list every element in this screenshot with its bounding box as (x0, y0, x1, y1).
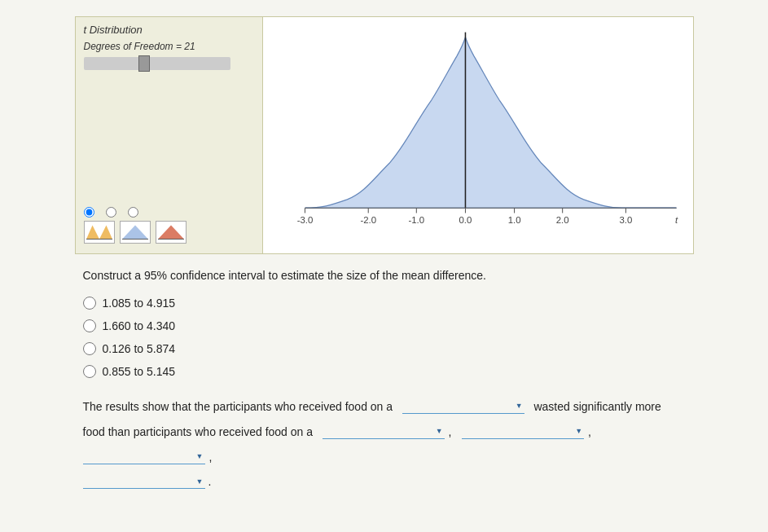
svg-marker-5 (158, 226, 184, 240)
content-area: Construct a 95% confidence interval to e… (75, 269, 694, 495)
radio-opt3[interactable] (83, 342, 96, 355)
slider-container (84, 57, 254, 73)
icon-right-tail[interactable] (156, 221, 187, 244)
x-label-neg1: -1.0 (408, 215, 424, 225)
fill-prefix: The results show that the participants w… (83, 400, 393, 413)
x-label-0: 0.0 (459, 215, 472, 225)
svg-marker-1 (99, 226, 112, 240)
t-distribution-chart: -3.0 -2.0 -1.0 0.0 1.0 2.0 3.0 t (271, 24, 685, 244)
list-item: 1.660 to 4.340 (83, 319, 686, 332)
dropdown-3[interactable]: a plate a tray a bowl (462, 425, 584, 438)
bell-curve (305, 37, 676, 208)
dist-controls: t Distribution Degrees of Freedom = 21 (76, 17, 263, 253)
svg-marker-0 (86, 226, 99, 240)
dropdown-5-wrapper: a plate a tray a bowl ▼ (83, 475, 205, 489)
comma-3: , (208, 451, 212, 464)
list-item: 0.126 to 5.874 (83, 342, 686, 355)
comma-2: , (588, 425, 591, 438)
label-opt1: 1.085 to 4.915 (103, 297, 176, 310)
label-opt4: 0.855 to 5.145 (103, 365, 176, 378)
x-label-neg3: -3.0 (296, 215, 313, 225)
x-label-1: 1.0 (507, 215, 520, 225)
icon-both-tails[interactable] (84, 221, 115, 244)
period: . (208, 475, 211, 488)
dropdown-1[interactable]: a plate a tray a bowl (402, 400, 524, 413)
distribution-panel: t Distribution Degrees of Freedom = 21 (75, 16, 694, 254)
dropdown-3-wrapper: a plate a tray a bowl ▼ (462, 425, 584, 439)
radio-opt2[interactable] (83, 319, 96, 332)
radio-both-tails[interactable] (84, 207, 94, 218)
label-opt3: 0.126 to 5.874 (103, 342, 176, 355)
x-label-3: 3.0 (619, 215, 632, 225)
df-slider[interactable] (84, 57, 230, 70)
dropdown-1-wrapper: a plate a tray a bowl ▼ (402, 400, 524, 414)
chart-area: -3.0 -2.0 -1.0 0.0 1.0 2.0 3.0 t (263, 17, 693, 253)
icon-left-tail[interactable] (120, 221, 151, 244)
radio-opt1[interactable] (83, 297, 96, 310)
label-opt2: 1.660 to 4.340 (103, 319, 176, 332)
radio-right-tail[interactable] (128, 207, 138, 218)
dropdown-2[interactable]: a plate a tray a bowl (323, 425, 445, 438)
dropdown-4[interactable]: a plate a tray a bowl (83, 451, 205, 464)
dropdown-2-wrapper: a plate a tray a bowl ▼ (323, 425, 445, 439)
list-item: 1.085 to 4.915 (83, 297, 686, 310)
x-label-neg2: -2.0 (360, 215, 376, 225)
x-label-2: 2.0 (555, 215, 568, 225)
dist-icon-row (84, 221, 254, 244)
fill-in-section: The results show that the participants w… (83, 394, 686, 495)
question-text: Construct a 95% confidence interval to e… (83, 269, 686, 282)
x-axis-label: t (675, 215, 678, 225)
answer-options: 1.085 to 4.915 1.660 to 4.340 0.126 to 5… (83, 297, 686, 378)
dropdown-5[interactable]: a plate a tray a bowl (83, 475, 205, 488)
tail-radio-group (84, 207, 254, 218)
radio-opt4[interactable] (83, 365, 96, 378)
comma-1: , (449, 425, 452, 438)
dist-title: t Distribution (84, 24, 254, 36)
radio-left-tail[interactable] (106, 207, 116, 218)
dropdown-4-wrapper: a plate a tray a bowl ▼ (83, 451, 205, 464)
svg-marker-3 (122, 226, 148, 240)
list-item: 0.855 to 5.145 (83, 365, 686, 378)
df-label: Degrees of Freedom = 21 (84, 41, 254, 52)
